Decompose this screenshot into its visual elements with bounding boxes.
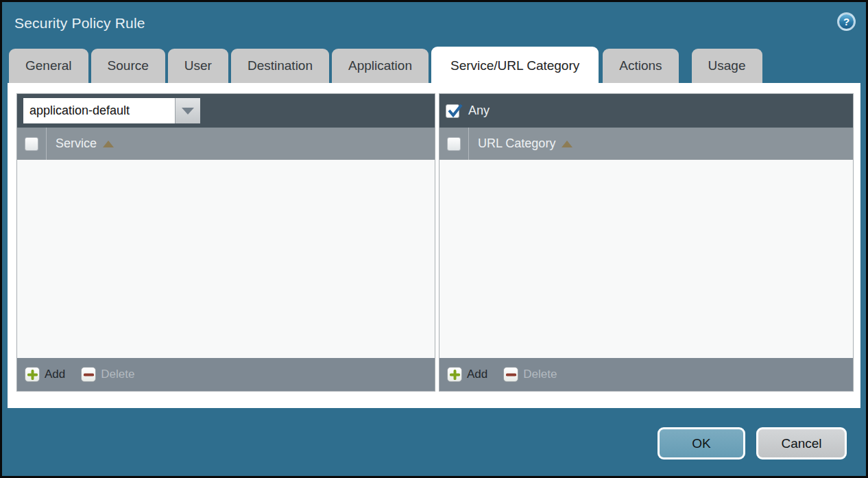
tab-application[interactable]: Application — [332, 49, 429, 83]
service-grid-header: Service — [17, 128, 435, 160]
service-add-button[interactable]: Add — [25, 367, 65, 382]
dialog-footer: OK Cancel — [658, 427, 847, 459]
url-category-select-all-cell — [439, 128, 469, 160]
tab-user[interactable]: User — [168, 49, 228, 83]
service-type-value[interactable]: application-default — [23, 98, 175, 123]
service-select-all-checkbox[interactable] — [25, 137, 38, 151]
plus-icon — [447, 367, 462, 382]
tab-general[interactable]: General — [9, 49, 88, 83]
service-toolbar: application-default — [17, 94, 435, 128]
service-footer-toolbar: Add Delete — [17, 358, 435, 391]
url-category-column-header[interactable]: URL Category — [478, 136, 572, 151]
service-delete-button[interactable]: Delete — [81, 367, 134, 382]
url-category-delete-button[interactable]: Delete — [503, 367, 557, 382]
tab-destination[interactable]: Destination — [231, 49, 329, 83]
tab-usage[interactable]: Usage — [692, 49, 762, 83]
dialog-titlebar: Security Policy Rule ? — [2, 2, 866, 45]
url-category-list[interactable] — [439, 160, 853, 358]
service-list[interactable] — [17, 160, 435, 358]
sort-ascending-icon — [103, 141, 114, 147]
service-type-dropdown[interactable]: application-default — [23, 98, 200, 123]
plus-icon — [25, 367, 40, 382]
help-glyph: ? — [843, 16, 849, 27]
tab-bar: General Source User Destination Applicat… — [9, 49, 859, 83]
help-icon[interactable]: ? — [837, 12, 856, 31]
sort-ascending-icon — [562, 141, 572, 147]
minus-icon — [81, 367, 96, 382]
any-checkbox[interactable] — [446, 104, 459, 118]
service-select-all-cell — [17, 128, 47, 160]
tab-content: application-default Service — [8, 83, 860, 408]
minus-icon — [503, 367, 518, 382]
service-panel: application-default Service — [16, 93, 435, 392]
url-category-toolbar: Any — [439, 94, 853, 128]
url-category-footer-toolbar: Add Delete — [439, 358, 853, 391]
security-policy-rule-dialog: Security Policy Rule ? General Source Us… — [0, 0, 868, 478]
url-category-select-all-checkbox[interactable] — [447, 137, 461, 151]
chevron-down-icon — [182, 108, 194, 115]
tab-source[interactable]: Source — [91, 49, 165, 83]
cancel-button[interactable]: Cancel — [756, 427, 847, 459]
dropdown-arrow-button[interactable] — [175, 98, 200, 123]
url-category-grid-header: URL Category — [439, 128, 853, 160]
check-icon — [446, 103, 463, 119]
ok-button[interactable]: OK — [658, 427, 745, 459]
dialog-title: Security Policy Rule — [14, 15, 145, 32]
tab-actions[interactable]: Actions — [603, 49, 678, 83]
url-category-add-button[interactable]: Add — [447, 367, 487, 382]
any-label: Any — [468, 104, 490, 118]
service-column-header[interactable]: Service — [56, 136, 114, 151]
tab-service-url-category[interactable]: Service/URL Category — [431, 47, 599, 84]
url-category-panel: Any URL Category — [439, 93, 854, 392]
